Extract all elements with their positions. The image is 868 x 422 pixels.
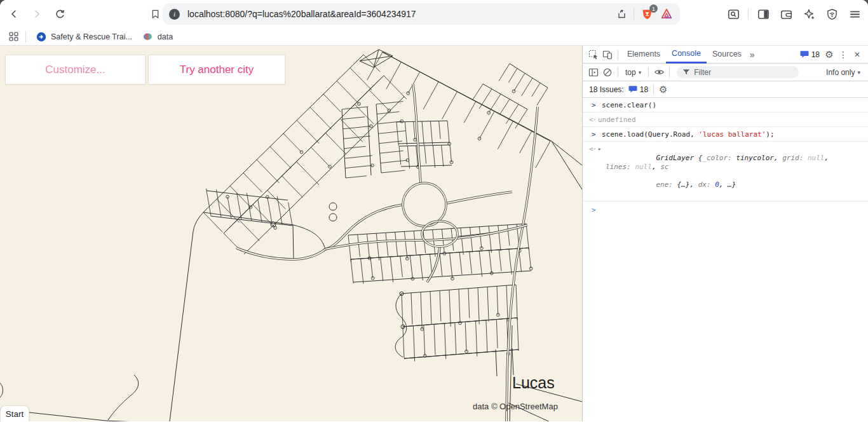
share-icon[interactable]: [614, 7, 628, 21]
toolbar-divider: [748, 8, 749, 20]
try-another-city-button[interactable]: Try another city: [148, 55, 285, 85]
devtools-settings-icon[interactable]: ⚙: [822, 48, 836, 62]
issues-settings-icon[interactable]: ⚙: [659, 84, 667, 95]
vpn-shield-icon[interactable]: [824, 6, 840, 22]
wallet-icon[interactable]: [778, 6, 794, 22]
safety-bookmark-favicon: [36, 32, 46, 42]
console-filter[interactable]: [677, 66, 799, 78]
issues-bar[interactable]: 18 Issues: 18 ⚙: [583, 81, 868, 98]
leo-ai-icon[interactable]: [801, 6, 817, 22]
object-preview: GridLayer {_color: tinycolor, grid: null…: [606, 145, 848, 198]
console-toolbar-divider3: [669, 67, 670, 78]
console-command: scene.clear(): [602, 101, 656, 109]
forward-icon: [28, 5, 46, 23]
tab-console[interactable]: Console: [666, 46, 707, 64]
menu-icon[interactable]: [846, 6, 863, 22]
filter-input[interactable]: [694, 68, 783, 77]
log-level-value: Info only: [826, 68, 855, 77]
filter-funnel-icon: [682, 69, 690, 76]
devtools-tab-bar: Elements Console Sources » 18 ⚙ ⋮ ✕: [583, 46, 868, 64]
clear-console-icon[interactable]: [600, 65, 614, 79]
console-toolbar-divider2: [648, 67, 649, 78]
device-toolbar-icon[interactable]: [600, 48, 614, 62]
console-output[interactable]: > scene.clear() <· undefined > scene.loa…: [583, 98, 868, 421]
site-info-icon[interactable]: i: [169, 9, 180, 20]
customize-button[interactable]: Customize...: [5, 55, 146, 85]
console-result: undefined: [598, 116, 636, 124]
return-arrow: <·: [583, 116, 598, 124]
console-toolbar: top ▾ Info only ▾: [583, 64, 868, 81]
bookmarks-bar: Safety & Rescue Trai... data: [0, 28, 868, 46]
issues-bubble-icon: [800, 50, 809, 58]
prompt-chevron: >: [583, 206, 602, 214]
console-entry-result[interactable]: <· undefined: [583, 112, 868, 127]
console-toolbar-divider: [618, 67, 618, 78]
console-prompt[interactable]: >: [583, 201, 868, 219]
apps-grid-icon[interactable]: [6, 30, 20, 44]
brave-logo-icon[interactable]: [660, 7, 674, 21]
url-bar[interactable]: i localhost:8080/?q=lucas%20ballarat&are…: [163, 3, 680, 25]
city-map[interactable]: [0, 46, 582, 421]
data-bookmark-favicon: [142, 32, 153, 41]
shields-badge: 1: [649, 4, 658, 13]
console-entry-input[interactable]: > scene.clear(): [583, 98, 868, 112]
tabbar-divider: [618, 50, 618, 60]
issues-bar-label: 18 Issues:: [589, 85, 624, 94]
map-pane: Customize... Try another city Lucas data…: [0, 46, 582, 421]
input-chevron: >: [583, 101, 602, 109]
return-arrow: <·: [583, 145, 598, 198]
devtools-kebab-icon[interactable]: ⋮: [836, 48, 850, 62]
bookmark-label: data: [158, 32, 173, 41]
console-entry-object[interactable]: <· ▸ GridLayer {_color: tinycolor, grid:…: [583, 142, 868, 201]
input-chevron: >: [583, 130, 602, 139]
issues-bar-count: 18: [640, 85, 648, 94]
log-level-selector[interactable]: Info only ▾: [826, 68, 860, 77]
reload-icon[interactable]: [51, 5, 69, 23]
expand-triangle-icon[interactable]: ▸: [598, 145, 606, 198]
urlbar-divider: [634, 8, 634, 20]
issues-counter[interactable]: 18: [800, 50, 820, 59]
issues-bubble-icon: [628, 85, 637, 93]
browser-window: i localhost:8080/?q=lucas%20ballarat&are…: [0, 0, 868, 422]
issues-bar-divider: [653, 85, 654, 95]
back-icon[interactable]: [5, 5, 23, 23]
context-selector[interactable]: top ▾: [625, 68, 641, 77]
tab-sources[interactable]: Sources: [707, 46, 747, 64]
console-command: scene.load(Query.Road, 'lucas ballarat')…: [602, 130, 775, 139]
start-button[interactable]: Start: [0, 405, 29, 421]
more-tabs-icon[interactable]: »: [747, 50, 757, 60]
bookmark-item-data[interactable]: data: [142, 32, 173, 41]
browser-toolbar: i localhost:8080/?q=lucas%20ballarat&are…: [0, 0, 868, 28]
live-expression-eye-icon[interactable]: [652, 65, 666, 79]
bookmark-label: Safety & Rescue Trai...: [51, 32, 132, 41]
tab-elements[interactable]: Elements: [621, 46, 666, 64]
issues-count: 18: [811, 50, 820, 59]
devtools-close-icon[interactable]: ✕: [850, 48, 864, 62]
bookmark-icon[interactable]: [146, 5, 164, 23]
bookmark-item-safety[interactable]: Safety & Rescue Trai...: [36, 32, 132, 42]
inspect-element-icon[interactable]: [587, 48, 600, 62]
bookmarks-divider: [25, 31, 26, 43]
brave-shields-icon[interactable]: 1: [639, 6, 654, 22]
chevron-down-icon: ▾: [639, 69, 642, 76]
chevron-down-icon: ▾: [857, 69, 860, 76]
search-tabs-icon[interactable]: [725, 6, 742, 22]
console-sidebar-icon[interactable]: [587, 65, 600, 79]
console-entry-input[interactable]: > scene.load(Query.Road, 'lucas ballarat…: [583, 127, 868, 142]
url-text[interactable]: localhost:8080/?q=lucas%20ballarat&areaI…: [187, 9, 614, 19]
map-attribution: data © OpenStreetMap: [473, 402, 558, 411]
sidebar-toggle-icon[interactable]: [755, 6, 771, 22]
city-name-label: Lucas: [512, 374, 555, 392]
context-selector-value: top: [625, 68, 636, 77]
devtools-panel: Elements Console Sources » 18 ⚙ ⋮ ✕: [582, 46, 868, 421]
